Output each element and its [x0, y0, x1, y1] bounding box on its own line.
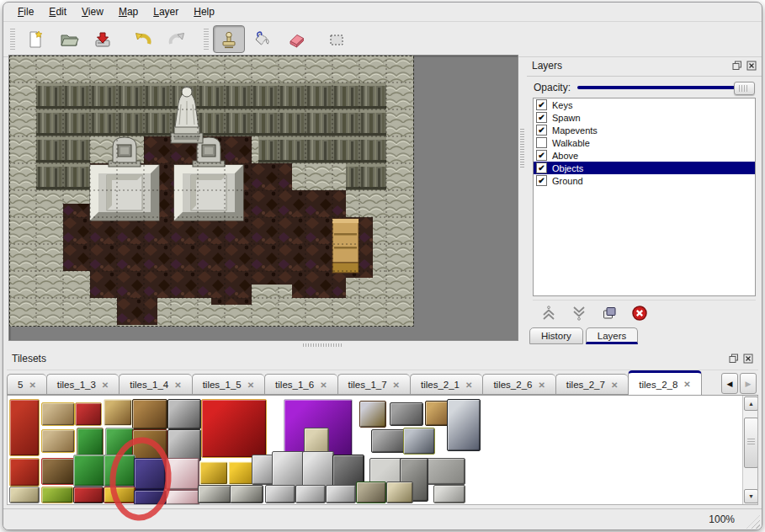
- layer-row-mapevents[interactable]: ✔Mapevents: [534, 124, 755, 136]
- duplicate-layer-button[interactable]: [598, 303, 620, 323]
- tile-rock-pile-1[interactable]: [198, 485, 231, 503]
- float-panel-icon[interactable]: [731, 60, 742, 71]
- menu-map[interactable]: Map: [111, 3, 146, 20]
- close-panel-icon[interactable]: [746, 60, 757, 71]
- tileset-tab-tiles_2_1[interactable]: tiles_2_1✕: [410, 374, 482, 395]
- float-panel-icon[interactable]: [728, 354, 739, 364]
- scroll-up-button[interactable]: ▲: [744, 396, 758, 411]
- layer-checkbox[interactable]: ✔: [536, 162, 547, 173]
- tile-seal-red[interactable]: [73, 487, 104, 503]
- tile-rock-pile-2[interactable]: [230, 485, 263, 503]
- tile-stone-slab-light[interactable]: [433, 485, 465, 503]
- tile-bed-pink-top[interactable]: [166, 458, 199, 490]
- layer-checkbox[interactable]: ✔: [536, 125, 547, 136]
- tile-cushion-red[interactable]: [75, 402, 102, 426]
- tab-close-icon[interactable]: ✕: [611, 380, 618, 390]
- stamp-tool-button[interactable]: [213, 25, 245, 53]
- new-file-button[interactable]: [19, 25, 51, 53]
- tile-shelf-stone-1[interactable]: [390, 402, 423, 426]
- tile-door-wood-top[interactable]: [132, 399, 167, 429]
- tile-banner-red[interactable]: [9, 399, 40, 456]
- tile-door-purple-bottom[interactable]: [134, 490, 166, 505]
- dock-tab-layers[interactable]: Layers: [586, 327, 639, 344]
- tile-barrel-planter[interactable]: [356, 481, 386, 503]
- rect-select-tool-button[interactable]: [321, 25, 353, 53]
- tile-portrait-king[interactable]: [359, 401, 386, 428]
- menu-edit[interactable]: Edit: [41, 3, 74, 20]
- menu-help[interactable]: Help: [186, 3, 222, 20]
- tile-banner-emblem[interactable]: [9, 458, 40, 487]
- tab-close-icon[interactable]: ✕: [683, 380, 690, 389]
- tileset-tab-tiles_2_8[interactable]: tiles_2_8✕: [628, 370, 701, 396]
- raise-layer-button[interactable]: [538, 303, 560, 323]
- scroll-thumb[interactable]: [744, 418, 758, 468]
- menu-layer[interactable]: Layer: [146, 3, 186, 20]
- tile-potted-plant[interactable]: [104, 455, 135, 487]
- tile-throne-red-gold[interactable]: [201, 399, 267, 458]
- tileset-tab-tiles_2_7[interactable]: tiles_2_7✕: [555, 374, 628, 395]
- menu-view[interactable]: View: [74, 3, 111, 20]
- menu-file[interactable]: File: [10, 3, 41, 20]
- tileset-tab-5[interactable]: 5✕: [7, 374, 46, 395]
- scroll-down-button[interactable]: ▼: [744, 489, 758, 503]
- layer-checkbox[interactable]: ✔: [536, 112, 547, 123]
- tileset-tab-tiles_1_4[interactable]: tiles_1_4✕: [119, 374, 191, 395]
- tab-close-icon[interactable]: ✕: [102, 380, 109, 390]
- layer-row-ground[interactable]: ✔Ground: [534, 174, 755, 187]
- opacity-slider-handle[interactable]: [734, 82, 755, 95]
- delete-layer-button[interactable]: [629, 303, 651, 323]
- layer-checkbox[interactable]: [536, 137, 547, 148]
- tile-loom-upper[interactable]: [41, 402, 75, 426]
- layer-row-above[interactable]: ✔Above: [534, 149, 755, 162]
- tile-obelisk-small[interactable]: [386, 481, 413, 503]
- tab-close-icon[interactable]: ✕: [538, 380, 545, 390]
- layer-row-keys[interactable]: ✔Keys: [534, 98, 755, 111]
- opacity-slider[interactable]: [577, 81, 755, 94]
- tile-shelf-stone-2[interactable]: [371, 429, 405, 453]
- open-button[interactable]: [53, 25, 85, 53]
- redo-button[interactable]: [161, 25, 193, 53]
- tile-knight-armor-tall[interactable]: [447, 399, 481, 451]
- tab-close-icon[interactable]: ✕: [465, 380, 472, 390]
- tile-cross-gold[interactable]: [104, 487, 135, 503]
- fill-tool-button[interactable]: [247, 25, 279, 53]
- tileset-tab-tiles_1_7[interactable]: tiles_1_7✕: [337, 374, 410, 395]
- layer-checkbox[interactable]: ✔: [536, 175, 547, 186]
- tile-loom-lower[interactable]: [41, 429, 75, 453]
- tab-scroll-left-button[interactable]: ◀: [721, 373, 738, 394]
- tileset-content[interactable]: ▲ ▼: [7, 396, 758, 505]
- tab-close-icon[interactable]: ✕: [247, 380, 254, 390]
- tab-close-icon[interactable]: ✕: [393, 380, 400, 390]
- dock-tab-history[interactable]: History: [529, 327, 583, 344]
- layer-row-walkable[interactable]: Walkable: [534, 136, 755, 149]
- tile-gate-gray-bottom[interactable]: [167, 429, 201, 461]
- close-panel-icon[interactable]: [742, 354, 753, 364]
- tile-door-purple-top[interactable]: [134, 458, 166, 490]
- save-button[interactable]: [87, 25, 119, 53]
- tile-statue-base-2[interactable]: [295, 485, 326, 503]
- layer-checkbox[interactable]: ✔: [536, 99, 547, 110]
- layer-checkbox[interactable]: ✔: [536, 150, 547, 161]
- tileset-tab-tiles_1_5[interactable]: tiles_1_5✕: [192, 374, 264, 395]
- vertical-splitter[interactable]: [518, 55, 526, 341]
- tab-close-icon[interactable]: ✕: [174, 380, 181, 390]
- tab-close-icon[interactable]: ✕: [320, 380, 327, 390]
- undo-button[interactable]: [127, 25, 159, 53]
- tab-close-icon[interactable]: ✕: [29, 380, 35, 390]
- tile-statue-base-1[interactable]: [265, 485, 295, 503]
- tileset-tab-tiles_1_3[interactable]: tiles_1_3✕: [46, 374, 119, 395]
- tile-bookshelf[interactable]: [41, 458, 75, 485]
- tile-bed-pink-bottom[interactable]: [166, 490, 199, 505]
- tile-dresser-mirror[interactable]: [104, 399, 132, 426]
- tab-scroll-right-button[interactable]: ▶: [740, 373, 757, 394]
- toolbar-grip[interactable]: [10, 29, 15, 51]
- tile-armor-pile[interactable]: [403, 428, 435, 455]
- tile-gold-hook[interactable]: [199, 461, 228, 485]
- tile-door-wood-bottom[interactable]: [132, 429, 167, 461]
- tile-gate-gray-top[interactable]: [167, 399, 201, 429]
- tile-banner-green[interactable]: [41, 487, 73, 503]
- layer-row-objects[interactable]: ✔Objects: [534, 162, 755, 174]
- tile-potted-palm[interactable]: [73, 455, 105, 487]
- toolbar-grip-2[interactable]: [204, 29, 209, 51]
- tile-parchment[interactable]: [9, 487, 40, 503]
